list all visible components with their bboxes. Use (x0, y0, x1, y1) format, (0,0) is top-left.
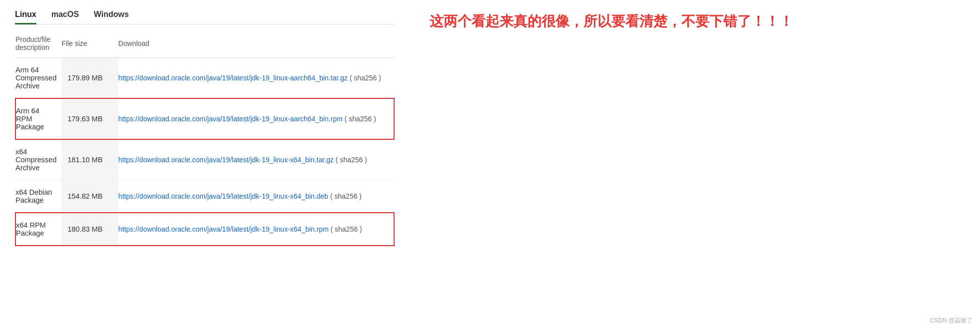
row-description: Arm 64 Compressed Archive (15, 58, 61, 99)
table-row: x64 RPM Package180.83 MBhttps://download… (15, 213, 394, 246)
watermark: CSDN @蒜散了 (930, 317, 973, 325)
row-download[interactable]: https://download.oracle.com/java/19/late… (118, 139, 394, 180)
download-link[interactable]: https://download.oracle.com/java/19/late… (118, 115, 343, 123)
row-download[interactable]: https://download.oracle.com/java/19/late… (118, 58, 394, 99)
tab-windows[interactable]: Windows (94, 10, 129, 24)
row-description: x64 Debian Package (15, 180, 61, 213)
tab-macos[interactable]: macOS (51, 10, 79, 24)
row-download[interactable]: https://download.oracle.com/java/19/late… (118, 180, 394, 213)
row-description: x64 RPM Package (15, 213, 61, 246)
sha256-text: ( sha256 ) (329, 225, 362, 233)
sha256-text: ( sha256 ) (343, 115, 376, 123)
download-link[interactable]: https://download.oracle.com/java/19/late… (118, 225, 329, 233)
header-download: Download (118, 29, 394, 58)
download-link[interactable]: https://download.oracle.com/java/19/late… (118, 156, 334, 164)
table-row: x64 Compressed Archive181.10 MBhttps://d… (15, 139, 394, 180)
row-download[interactable]: https://download.oracle.com/java/19/late… (118, 213, 394, 246)
table-row: x64 Debian Package154.82 MBhttps://downl… (15, 180, 394, 213)
annotation-text: 这两个看起来真的很像，所以要看清楚，不要下错了！！！ (430, 5, 965, 40)
row-description: Arm 64 RPM Package (15, 98, 61, 139)
download-link[interactable]: https://download.oracle.com/java/19/late… (118, 192, 328, 200)
row-filesize: 179.89 MB (61, 58, 118, 99)
row-download[interactable]: https://download.oracle.com/java/19/late… (118, 98, 394, 139)
row-filesize: 181.10 MB (61, 139, 118, 180)
download-link[interactable]: https://download.oracle.com/java/19/late… (118, 74, 348, 82)
table-row: Arm 64 Compressed Archive179.89 MBhttps:… (15, 58, 394, 99)
row-filesize: 179.63 MB (61, 98, 118, 139)
row-description: x64 Compressed Archive (15, 139, 61, 180)
download-table: Product/file description File size Downl… (15, 29, 395, 246)
table-row: Arm 64 RPM Package179.63 MBhttps://downl… (15, 98, 394, 139)
os-tabs[interactable]: Linux macOS Windows (15, 10, 395, 24)
row-filesize: 154.82 MB (61, 180, 118, 213)
row-filesize: 180.83 MB (61, 213, 118, 246)
tab-linux[interactable]: Linux (15, 10, 36, 24)
header-description: Product/file description (15, 29, 61, 58)
header-filesize: File size (61, 29, 118, 58)
sha256-text: ( sha256 ) (348, 74, 381, 82)
sha256-text: ( sha256 ) (328, 192, 362, 200)
sha256-text: ( sha256 ) (334, 156, 367, 164)
